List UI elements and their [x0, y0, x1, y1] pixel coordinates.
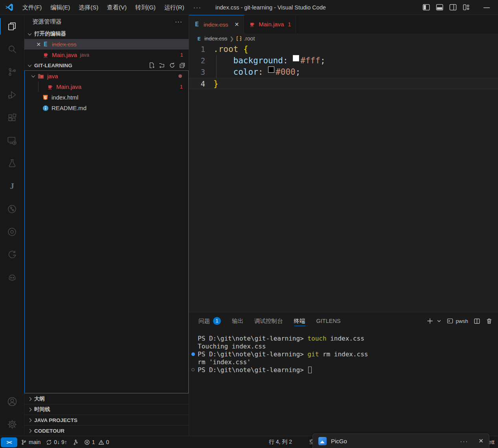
new-file-icon[interactable] — [149, 62, 155, 68]
chevron-right-icon — [28, 418, 32, 422]
new-folder-icon[interactable] — [159, 62, 165, 68]
color-swatch-black[interactable] — [268, 66, 274, 73]
run-debug-icon[interactable] — [0, 83, 24, 106]
menu-go[interactable]: 转到(G) — [131, 0, 160, 15]
tree-file-main-java[interactable]: Main.java 1 — [25, 81, 188, 92]
code-editor[interactable]: 1.root { 2 background: #fff; 3 color: #0… — [189, 44, 498, 312]
panel-tab-output[interactable]: 输出 — [232, 312, 243, 330]
workspace-header[interactable]: GIT-LEARNING — [24, 60, 189, 70]
toggle-primary-sidebar-icon[interactable] — [422, 3, 430, 12]
remote-explorer-icon[interactable] — [0, 129, 24, 152]
line-number: 3 — [189, 66, 213, 78]
codetour-record-icon[interactable] — [0, 220, 24, 243]
tree-file-index-html[interactable]: index.html — [25, 92, 188, 103]
chevron-down-icon — [28, 63, 32, 67]
source-control-graph-item[interactable] — [70, 436, 81, 448]
explorer-more-actions-icon[interactable]: ··· — [175, 18, 182, 26]
branch-name: main — [29, 439, 40, 445]
gitlens-icon[interactable] — [0, 197, 24, 220]
customize-layout-icon[interactable] — [462, 3, 470, 12]
color-swatch-white[interactable] — [293, 55, 299, 61]
menu-selection[interactable]: 选择(S) — [74, 0, 103, 15]
cursor-position-item[interactable]: 行 4, 列 2 — [266, 436, 295, 448]
menu-more-icon[interactable]: ··· — [189, 4, 206, 11]
tab-problem-badge: 1 — [288, 21, 291, 28]
menu-run[interactable]: 运行(R) — [160, 0, 189, 15]
terminal-dropdown-chevron-icon[interactable] — [437, 319, 441, 323]
java-project-manager-icon[interactable]: J — [0, 175, 24, 197]
terminal-instance-pwsh[interactable]: pwsh — [447, 318, 468, 324]
open-editor-index-css[interactable]: ✕ Ǝ index.css — [24, 39, 189, 50]
git-graph-icon[interactable] — [0, 243, 24, 266]
notification-toast[interactable]: PicGo ··· ✕ — [312, 433, 489, 448]
open-editor-main-java[interactable]: Main.java java 1 — [24, 50, 189, 60]
chevron-down-icon — [31, 74, 35, 77]
explorer-icon[interactable] — [0, 15, 24, 38]
tab-main-java[interactable]: Main.java 1 — [244, 15, 296, 33]
tab-index-css[interactable]: Ǝ index.css ✕ — [189, 15, 244, 33]
open-editors-header[interactable]: 打开的编辑器 — [24, 29, 189, 39]
section-codetour[interactable]: CODETOUR — [24, 425, 189, 436]
bottom-panel: 问题 1 输出 调试控制台 终端 GITLENS pwsh — [189, 312, 498, 436]
java-folder-icon — [38, 73, 44, 79]
kill-terminal-trash-icon[interactable] — [486, 318, 492, 324]
command-decoration-icon[interactable] — [191, 368, 195, 371]
java-file-icon — [42, 52, 49, 58]
breadcrumb[interactable]: Ǝ index.css ❯ .root — [189, 33, 498, 44]
editor-tab-bar: Ǝ index.css ✕ Main.java 1 — [189, 15, 498, 33]
source-control-icon[interactable] — [0, 61, 24, 83]
settings-gear-icon[interactable] — [0, 413, 24, 436]
new-terminal-icon[interactable] — [426, 317, 434, 324]
code-line-4-current: 4} — [189, 78, 498, 89]
panel-tab-problems[interactable]: 问题 1 — [198, 312, 221, 330]
panel-tab-gitlens[interactable]: GITLENS — [316, 312, 341, 330]
picgo-app-icon — [318, 437, 327, 445]
sync-counts: 0↓ 9↑ — [54, 439, 67, 445]
close-tab-icon[interactable]: ✕ — [235, 21, 239, 28]
notification-more-icon[interactable]: ··· — [460, 438, 468, 444]
toggle-panel-icon[interactable] — [435, 3, 444, 12]
git-branch-item[interactable]: main — [18, 436, 43, 448]
tree-folder-java[interactable]: java — [25, 71, 188, 81]
section-java-projects[interactable]: JAVA PROJECTS — [24, 415, 189, 425]
panel-tab-terminal[interactable]: 终端 — [294, 312, 305, 330]
notification-close-icon[interactable]: ✕ — [478, 437, 483, 444]
account-icon[interactable] — [0, 390, 24, 413]
file-description: java — [80, 52, 89, 58]
html-file-icon — [42, 94, 49, 101]
command-decoration-icon[interactable] — [191, 352, 195, 356]
shell-label: pwsh — [456, 318, 468, 324]
terminal-output[interactable]: PS D:\git\note\git-learning> touch index… — [189, 330, 498, 436]
toggle-secondary-sidebar-icon[interactable] — [448, 3, 457, 12]
file-label: index.css — [52, 41, 77, 48]
search-icon[interactable] — [0, 38, 24, 61]
menu-edit[interactable]: 编辑(E) — [46, 0, 74, 15]
split-terminal-icon[interactable] — [474, 318, 480, 324]
copilot-robot-icon[interactable] — [0, 266, 24, 289]
tree-file-readme[interactable]: README.md — [25, 103, 188, 113]
testing-icon[interactable] — [0, 152, 24, 175]
breadcrumb-symbol[interactable]: .root — [244, 35, 255, 42]
line-number: 4 — [189, 78, 213, 89]
extensions-icon[interactable] — [0, 106, 24, 129]
breadcrumb-file[interactable]: index.css — [204, 35, 227, 42]
git-sync-item[interactable]: 0↓ 9↑ — [43, 436, 70, 448]
close-editor-icon[interactable]: ✕ — [35, 41, 42, 48]
breadcrumb-separator-icon: ❯ — [230, 36, 234, 42]
menu-file[interactable]: 文件(F) — [18, 0, 46, 15]
terminal-prompt-line: PS D:\git\note\git-learning> — [191, 366, 498, 374]
section-timeline[interactable]: 时间线 — [24, 404, 189, 415]
file-label: Main.java — [56, 83, 81, 90]
collapse-all-icon[interactable] — [179, 62, 186, 68]
refresh-icon[interactable] — [169, 62, 175, 68]
menu-view[interactable]: 查看(V) — [103, 0, 131, 15]
terminal-line: PS D:\git\note\git-learning> touch index… — [191, 335, 498, 343]
line-number: 2 — [189, 55, 213, 66]
section-outline[interactable]: 大纲 — [24, 393, 189, 404]
explorer-sidebar: 资源管理器 ··· 打开的编辑器 ✕ Ǝ index.css Main.java… — [24, 15, 189, 436]
minimize-button[interactable]: — — [481, 4, 492, 11]
panel-tab-debug-console[interactable]: 调试控制台 — [254, 312, 283, 330]
problems-item[interactable]: 1 0 — [81, 436, 112, 448]
remote-indicator[interactable]: >< — [1, 437, 17, 447]
chevron-down-icon — [28, 31, 32, 35]
